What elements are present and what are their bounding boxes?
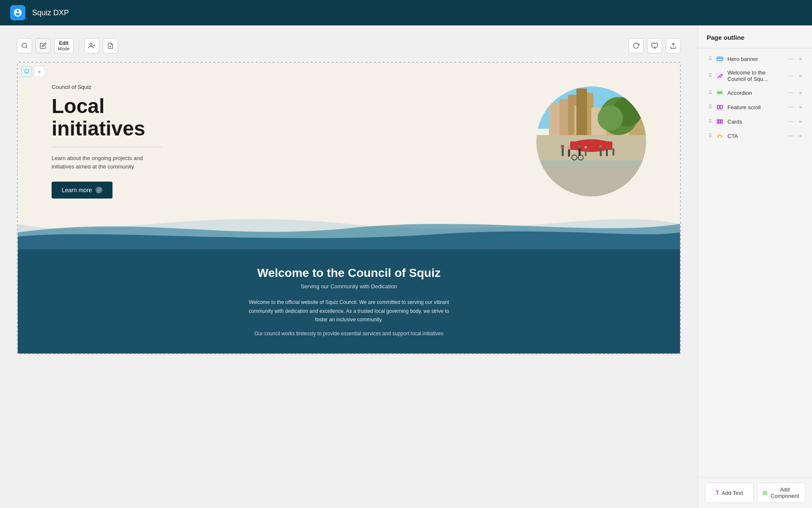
svg-rect-45	[536, 160, 646, 196]
drag-handle-feature[interactable]: ⠿	[708, 104, 712, 110]
svg-rect-56	[721, 120, 723, 123]
toolbar: Edit Mode	[17, 38, 681, 53]
svg-point-35	[578, 145, 581, 148]
cards-outline-icon	[716, 118, 724, 125]
hero-tag: Council of Squiz	[52, 84, 536, 90]
welcome-title: Welcome to the Council of Squiz	[52, 266, 646, 280]
drag-handle-cta[interactable]: ⠿	[708, 133, 712, 139]
svg-rect-55	[719, 120, 721, 123]
outline-label-hero: Hero banner	[727, 56, 783, 62]
hero-text: Council of Squiz Local initiatives Learn…	[52, 84, 536, 199]
logo-icon	[10, 5, 25, 20]
outline-label-cards: Cards	[727, 119, 783, 125]
welcome-body2: Our council works tirelessly to provide …	[247, 331, 450, 337]
add-text-button[interactable]: T Add Text	[705, 483, 754, 503]
wave-svg	[18, 199, 680, 249]
outline-list: ⠿ Hero banner ··· » ⠿	[698, 48, 812, 477]
svg-rect-23	[576, 88, 587, 137]
page-outline-sidebar: Page outline ⠿ Hero banner ··· » ⠿	[698, 25, 812, 508]
outline-chevron-accordion[interactable]: »	[799, 90, 802, 96]
drag-handle-welcome[interactable]: ⠿	[708, 73, 712, 79]
hero-section-controls: »	[21, 66, 45, 77]
toolbar-divider	[79, 40, 79, 52]
svg-rect-46	[536, 160, 646, 165]
main-layout: Edit Mode	[0, 25, 812, 508]
svg-rect-36	[585, 149, 587, 156]
add-component-button[interactable]: ⊞ Add Component	[757, 483, 806, 503]
outline-label-welcome: Welcome to the Council of Squ...	[727, 69, 783, 82]
outline-label-cta: CTA	[727, 133, 783, 139]
outline-more-feature[interactable]: ···	[787, 103, 796, 111]
hero-type-icon	[21, 66, 32, 77]
outline-item-cards[interactable]: ⠿ Cards ··· »	[702, 114, 809, 129]
edit-mode-button[interactable]: Edit Mode	[54, 38, 74, 53]
svg-rect-6	[652, 43, 657, 47]
outline-more-welcome[interactable]: ···	[787, 72, 796, 80]
svg-point-33	[567, 146, 571, 149]
welcome-subtitle: Serving our Community with Dedication	[52, 283, 646, 290]
svg-rect-32	[568, 149, 570, 157]
outline-chevron-welcome[interactable]: »	[799, 73, 802, 79]
page-editor: » Council of Squiz Local initiatives Lea…	[17, 62, 681, 354]
svg-rect-54	[717, 120, 719, 123]
outline-more-hero[interactable]: ···	[787, 55, 796, 63]
outline-chevron-cta[interactable]: »	[799, 133, 802, 139]
add-text-icon: T	[716, 489, 719, 496]
svg-point-37	[584, 146, 587, 149]
drag-handle-accordion[interactable]: ⠿	[708, 90, 712, 96]
svg-rect-38	[600, 148, 602, 156]
add-page-button[interactable]	[103, 38, 118, 53]
outline-label-feature: Feature scroll	[727, 104, 783, 110]
content-area: Edit Mode	[0, 25, 698, 508]
add-user-button[interactable]	[84, 38, 99, 53]
svg-rect-47	[717, 57, 723, 61]
hero-outline-icon	[716, 55, 724, 62]
outline-item-feature-scroll[interactable]: ⠿ Feature scroll ··· »	[702, 100, 809, 114]
hero-section: Council of Squiz Local initiatives Learn…	[18, 63, 680, 249]
desktop-view-button[interactable]	[647, 38, 662, 53]
hero-divider	[52, 147, 162, 147]
hero-image	[536, 86, 646, 196]
preview-button[interactable]	[17, 38, 32, 53]
sidebar-footer: T Add Text ⊞ Add Component	[698, 477, 812, 508]
edit-tool-button[interactable]	[36, 38, 51, 53]
share-button[interactable]	[666, 38, 681, 53]
welcome-section-wrap: » Welcome to the Council of Squiz Servin…	[18, 249, 680, 353]
svg-point-26	[598, 105, 623, 131]
hero-section-wrap: » Council of Squiz Local initiatives Lea…	[18, 63, 680, 249]
wave-decoration	[18, 199, 680, 249]
hero-cta-button[interactable]: Learn more 🔗	[52, 182, 112, 199]
text-outline-icon	[716, 72, 724, 79]
outline-more-cards[interactable]: ···	[787, 118, 796, 125]
outline-chevron-feature[interactable]: »	[799, 104, 802, 110]
outline-chevron-hero[interactable]: »	[799, 56, 802, 62]
welcome-section: Welcome to the Council of Squiz Serving …	[18, 249, 680, 353]
svg-rect-30	[562, 148, 564, 156]
svg-marker-57	[717, 134, 722, 138]
cta-outline-icon	[716, 133, 724, 139]
outline-more-accordion[interactable]: ···	[787, 89, 796, 97]
drag-handle-hero[interactable]: ⠿	[708, 56, 712, 62]
outline-item-accordion[interactable]: ⠿ Accordion ··· »	[702, 86, 809, 100]
hero-desc: Learn about the ongoing projects and ini…	[52, 154, 162, 172]
hero-image-wrap: ⊕	[536, 86, 646, 196]
drag-handle-cards[interactable]: ⠿	[708, 119, 712, 124]
app-title: Squiz DXP	[32, 8, 69, 17]
add-component-icon: ⊞	[763, 489, 768, 496]
outline-more-cta[interactable]: ···	[787, 132, 796, 140]
refresh-button[interactable]	[628, 38, 644, 53]
svg-point-0	[22, 43, 27, 48]
svg-rect-52	[717, 105, 719, 109]
svg-point-1	[90, 43, 92, 45]
outline-chevron-cards[interactable]: »	[799, 119, 802, 124]
image-pin-icon[interactable]: ⊕	[632, 90, 643, 101]
hero-expand-button[interactable]: »	[34, 66, 45, 77]
outline-item-hero-banner[interactable]: ⠿ Hero banner ··· »	[702, 52, 809, 66]
hero-title: Local initiatives	[52, 95, 536, 140]
svg-point-31	[561, 145, 564, 148]
outline-item-cta[interactable]: ⠿ CTA ··· »	[702, 129, 809, 143]
hero-inner: Council of Squiz Local initiatives Learn…	[18, 63, 680, 199]
outline-item-welcome-text[interactable]: ⠿ Welcome to the Council of Squ... ··· »	[702, 66, 809, 86]
toolbar-right	[628, 38, 681, 53]
svg-rect-10	[25, 70, 29, 73]
